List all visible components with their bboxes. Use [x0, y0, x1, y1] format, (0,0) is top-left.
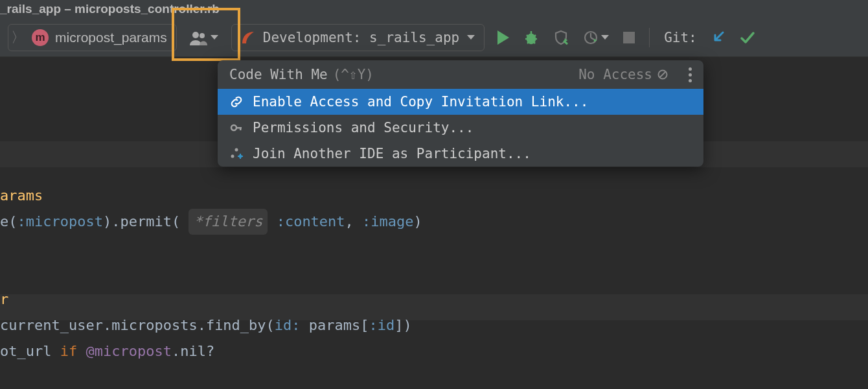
more-options-button[interactable] [689, 67, 692, 82]
rails-icon [241, 30, 255, 45]
code-text: :image [362, 213, 413, 230]
run-configuration-selector[interactable]: Development: s_rails_app [231, 24, 485, 51]
chevron-down-icon [601, 35, 609, 40]
svg-point-11 [235, 148, 238, 152]
code-with-me-toolbar-button[interactable] [183, 24, 225, 51]
main-toolbar: 〉 m micropost_params Development: s_rail… [0, 18, 868, 57]
code-text: ).permit( [103, 213, 180, 230]
svg-line-7 [660, 72, 666, 78]
code-text: e( [0, 213, 17, 230]
popup-shortcut: (^⇧Y) [333, 67, 374, 82]
code-text: if [51, 343, 86, 359]
breadcrumb-label: micropost_params [55, 30, 167, 45]
code-text: ) [414, 213, 422, 230]
code-text: ]) [394, 317, 412, 333]
chevron-down-icon [467, 35, 475, 40]
coverage-button[interactable] [553, 30, 569, 45]
code-text: params[ [309, 317, 369, 333]
code-text: :micropost [17, 213, 103, 230]
menu-item-label: Enable Access and Copy Invitation Link..… [253, 94, 588, 110]
window-titlebar: _rails_app – microposts_controller.rb [0, 0, 868, 18]
toolbar-divider [649, 28, 650, 47]
menu-item-permissions[interactable]: Permissions and Security... [218, 115, 703, 141]
code-text: r [0, 291, 8, 307]
svg-rect-15 [240, 154, 241, 159]
chevron-right-icon: 〉 [11, 28, 25, 47]
method-badge-icon: m [32, 29, 49, 46]
menu-item-enable-access[interactable]: Enable Access and Copy Invitation Link..… [218, 89, 703, 115]
link-icon [229, 95, 244, 108]
run-actions-group: Git: [497, 28, 755, 47]
menu-item-label: Permissions and Security... [253, 120, 474, 136]
code-text: @micropost [86, 343, 171, 359]
run-button[interactable] [497, 30, 509, 45]
svg-rect-10 [240, 127, 242, 130]
debug-button[interactable] [523, 30, 539, 45]
git-update-button[interactable] [711, 30, 725, 45]
no-access-icon [657, 69, 668, 80]
svg-point-8 [231, 125, 236, 130]
menu-item-label: Join Another IDE as Participant... [253, 146, 531, 161]
access-label: No Access [578, 67, 652, 82]
access-status: No Access [578, 67, 668, 82]
code-text: .nil? [172, 343, 214, 359]
svg-point-1 [200, 33, 205, 38]
code-text: current_user.microposts.find_by( [0, 317, 275, 333]
profile-button[interactable] [583, 30, 609, 45]
breadcrumb[interactable]: 〉 m micropost_params [8, 24, 177, 51]
git-label: Git: [664, 30, 697, 45]
window-title: _rails_app – microposts_controller.rb [0, 2, 220, 16]
popup-header: Code With Me (^⇧Y) No Access [218, 60, 703, 89]
stop-button[interactable] [623, 32, 635, 43]
code-with-me-popup: Code With Me (^⇧Y) No Access Enable Acce… [218, 60, 703, 167]
code-text: :content [277, 213, 345, 230]
menu-item-join-ide[interactable]: Join Another IDE as Participant... [218, 141, 703, 167]
svg-point-12 [231, 155, 234, 158]
inlay-hint: *filters [188, 209, 268, 235]
people-icon [190, 31, 207, 44]
key-icon [229, 121, 244, 134]
code-text: id: [275, 317, 309, 333]
git-commit-button[interactable] [740, 30, 755, 45]
code-text: :id [369, 317, 395, 333]
chevron-down-icon [211, 35, 218, 40]
svg-point-0 [192, 32, 199, 38]
join-icon [229, 147, 244, 160]
code-text: arams [0, 187, 43, 204]
popup-title: Code With Me [229, 67, 328, 82]
code-text: ot_url [0, 343, 51, 359]
run-config-label: Development: s_rails_app [263, 30, 459, 45]
code-text: , [345, 213, 363, 230]
